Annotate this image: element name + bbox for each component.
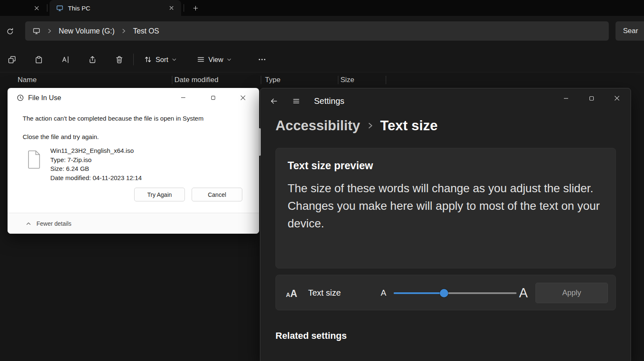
text-size-icon-small-a: A	[286, 291, 290, 298]
tab-divider	[184, 4, 184, 12]
cancel-button[interactable]: Cancel	[192, 188, 242, 201]
column-header-name[interactable]: Name	[18, 72, 36, 88]
breadcrumb-folder[interactable]: Test OS	[133, 27, 159, 36]
chevron-right-icon	[121, 28, 126, 34]
column-header-date-modified[interactable]: Date modified	[174, 72, 218, 88]
try-again-button[interactable]: Try Again	[134, 188, 185, 201]
close-tab-icon[interactable]	[166, 3, 177, 13]
text-size-label: Text size	[308, 275, 341, 311]
tab-divider	[47, 4, 47, 12]
paste-icon[interactable]	[30, 51, 47, 68]
search-text: Sear	[623, 27, 638, 35]
chevron-right-icon	[47, 28, 52, 34]
delete-icon[interactable]	[111, 51, 127, 68]
preview-heading: Text size preview	[288, 160, 604, 172]
view-button[interactable]: View	[193, 51, 236, 68]
text-size-icon: AA	[286, 275, 297, 311]
command-toolbar: Sort View	[0, 47, 644, 72]
file-name: Win11_23H2_English_x64.iso	[50, 146, 142, 155]
slider-handle[interactable]	[440, 289, 448, 297]
view-label: View	[208, 56, 223, 64]
column-divider[interactable]	[338, 76, 338, 84]
page-title-text-size: Text size	[380, 118, 438, 134]
chevron-up-icon[interactable]	[26, 221, 31, 226]
file-in-use-dialog: File In Use The action can't be complete…	[8, 88, 259, 234]
related-settings-heading: Related settings	[275, 330, 347, 341]
settings-breadcrumb: Accessibility Text size	[275, 114, 438, 137]
sort-button[interactable]: Sort	[140, 51, 181, 68]
sort-label: Sort	[156, 56, 168, 64]
scrollbar-thumb[interactable]	[259, 128, 261, 156]
clock-icon	[17, 94, 24, 101]
text-size-icon-large-a: A	[290, 288, 297, 299]
dialog-footer: Fewer details	[8, 213, 259, 234]
monitor-icon	[56, 5, 63, 12]
address-row: New Volume (G:) Test OS Sear	[0, 16, 644, 47]
toolbar-divider	[133, 54, 134, 65]
more-options-icon[interactable]	[254, 51, 270, 68]
minimize-icon[interactable]	[556, 91, 576, 106]
slider-min-label: A	[381, 275, 386, 311]
column-header-size[interactable]: Size	[340, 72, 354, 88]
close-icon[interactable]	[607, 91, 627, 106]
chevron-down-icon	[172, 57, 177, 62]
slider-fill	[394, 292, 444, 294]
close-tab-icon[interactable]	[30, 2, 43, 14]
apply-button[interactable]: Apply	[535, 283, 608, 303]
file-details: Win11_23H2_English_x64.iso Type: 7-Zip.i…	[50, 146, 142, 182]
breadcrumb-drive[interactable]: New Volume (G:)	[59, 27, 114, 36]
hamburger-menu-icon[interactable]	[288, 94, 304, 108]
sort-icon	[144, 56, 152, 63]
new-tab-button[interactable]	[190, 3, 201, 13]
chevron-down-icon	[227, 57, 231, 62]
copy-icon[interactable]	[3, 51, 20, 68]
column-divider[interactable]	[261, 76, 261, 84]
chevron-right-icon	[367, 122, 374, 129]
maximize-icon[interactable]	[201, 88, 225, 107]
column-header-row: Name Date modified Type Size	[0, 72, 644, 88]
minimize-icon[interactable]	[171, 88, 195, 107]
tab-title: This PC	[68, 5, 90, 12]
fewer-details-link[interactable]: Fewer details	[36, 220, 71, 227]
rename-icon[interactable]	[57, 51, 74, 68]
slider-max-label: A	[519, 275, 528, 311]
dialog-title: File In Use	[28, 94, 61, 102]
file-size: Size: 6.24 GB	[50, 164, 142, 173]
settings-window-title: Settings	[314, 96, 344, 106]
column-divider[interactable]	[172, 76, 172, 84]
text-size-row: AA Text size A A Apply	[275, 275, 616, 310]
file-date-modified: Date modified: 04-11-2023 12:14	[50, 173, 142, 183]
tab-this-pc[interactable]: This PC	[49, 0, 181, 16]
address-bar[interactable]: New Volume (G:) Test OS	[25, 21, 609, 41]
share-icon[interactable]	[84, 51, 101, 68]
dialog-instruction: Close the file and try again.	[23, 133, 99, 140]
desktop: This PC New Volume (G:)	[0, 0, 644, 361]
file-icon	[27, 150, 42, 169]
refresh-icon[interactable]	[3, 24, 18, 39]
search-input[interactable]: Sear	[615, 21, 644, 41]
text-size-slider[interactable]	[394, 292, 517, 294]
preview-body-text: The size of these words will change as y…	[288, 180, 604, 232]
column-header-type[interactable]: Type	[265, 72, 280, 88]
dialog-message: The action can't be completed because th…	[23, 115, 203, 122]
settings-window: Settings Accessibility Text size Text si…	[260, 88, 631, 361]
file-type: Type: 7-Zip.iso	[50, 155, 142, 165]
back-icon[interactable]	[266, 94, 281, 108]
monitor-icon	[33, 27, 40, 35]
tab-bar: This PC	[0, 0, 644, 16]
view-icon	[197, 56, 205, 63]
column-divider[interactable]	[386, 76, 386, 84]
maximize-icon[interactable]	[582, 91, 601, 106]
text-size-preview-card: Text size preview The size of these word…	[275, 148, 616, 268]
breadcrumb-accessibility[interactable]: Accessibility	[275, 118, 360, 134]
close-icon[interactable]	[231, 88, 255, 107]
